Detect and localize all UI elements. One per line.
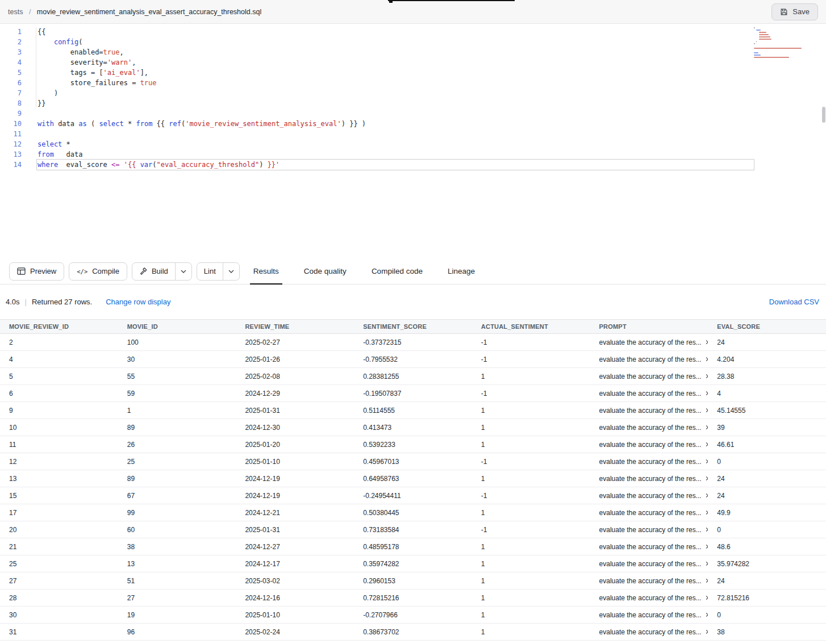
code-line[interactable]: 11 bbox=[0, 129, 826, 139]
table-cell: 60 bbox=[118, 526, 236, 534]
code-line[interactable]: 5 tags = ['ai_eval'], bbox=[0, 68, 826, 78]
tab-code-quality[interactable]: Code quality bbox=[301, 258, 350, 284]
table-cell: 72.815216 bbox=[708, 594, 826, 602]
table-cell: 2024-12-27 bbox=[236, 543, 354, 551]
lint-button[interactable]: Lint bbox=[197, 263, 223, 280]
table-cell: 4 bbox=[708, 390, 826, 398]
prompt-text: evaluate the accuracy of the res... bbox=[599, 407, 702, 415]
code-line[interactable]: 3 enabled=true, bbox=[0, 47, 826, 57]
tab-results[interactable]: Results bbox=[250, 258, 282, 284]
table-cell: 17 bbox=[0, 509, 118, 517]
table-cell: 1 bbox=[472, 424, 590, 432]
table-cell: 19 bbox=[118, 611, 236, 619]
table-row: 10892024-12-300.4134731evaluate the accu… bbox=[0, 419, 826, 436]
table-cell: -1 bbox=[472, 526, 590, 534]
table-cell: 28 bbox=[0, 594, 118, 602]
code-text: with data as ( select * from {{ ref('mov… bbox=[22, 119, 366, 129]
build-button[interactable]: Build bbox=[132, 263, 176, 280]
compile-label: Compile bbox=[92, 267, 119, 275]
code-line[interactable]: 7 ) bbox=[0, 88, 826, 98]
save-button[interactable]: Save bbox=[771, 3, 818, 20]
prompt-cell: evaluate the accuracy of the res... bbox=[590, 338, 708, 346]
table-cell: 67 bbox=[118, 492, 236, 500]
tab-label: Compiled code bbox=[372, 267, 423, 275]
code-text bbox=[22, 108, 37, 119]
table-cell: 0 bbox=[708, 611, 826, 619]
breadcrumb-separator: / bbox=[29, 8, 31, 16]
code-text: store_failures = true bbox=[22, 78, 157, 88]
table-row: 912025-01-310.51145551evaluate the accur… bbox=[0, 402, 826, 419]
table-cell: 0.5114555 bbox=[354, 407, 472, 415]
preview-label: Preview bbox=[30, 267, 56, 275]
prompt-cell: evaluate the accuracy of the res... bbox=[590, 577, 708, 585]
minimap[interactable] bbox=[754, 27, 821, 59]
table-row: 28272024-12-160.728152161evaluate the ac… bbox=[0, 589, 826, 607]
table-cell: 0.72815216 bbox=[354, 594, 472, 602]
code-text: where eval_score <= '{{ var("eval_accura… bbox=[22, 160, 279, 170]
prompt-text: evaluate the accuracy of the res... bbox=[599, 441, 702, 449]
change-row-display-link[interactable]: Change row display bbox=[106, 298, 170, 306]
table-cell: 13 bbox=[0, 475, 118, 483]
table-header: MOVIE_REVIEW_ID MOVIE_ID REVIEW_TIME SEN… bbox=[0, 319, 826, 334]
table-cell: 9 bbox=[0, 407, 118, 415]
table-cell: 55 bbox=[118, 373, 236, 380]
prompt-text: evaluate the accuracy of the res... bbox=[599, 338, 702, 346]
table-cell: 24 bbox=[708, 475, 826, 483]
column-header-review-time: REVIEW_TIME bbox=[236, 323, 354, 330]
code-text: }} bbox=[22, 98, 45, 108]
query-status-bar: 4.0s | Returned 27 rows. Change row disp… bbox=[0, 285, 826, 319]
line-number: 1 bbox=[0, 27, 22, 37]
table-cell: 38 bbox=[118, 543, 236, 551]
table-cell: 1 bbox=[472, 543, 590, 551]
action-bar: Preview </> Compile Build bbox=[0, 258, 826, 285]
column-header-movie-review-id: MOVIE_REVIEW_ID bbox=[0, 323, 118, 330]
query-duration: 4.0s bbox=[6, 298, 20, 306]
prompt-cell: evaluate the accuracy of the res... bbox=[590, 356, 708, 363]
prompt-cell: evaluate the accuracy of the res... bbox=[590, 543, 708, 551]
breadcrumb-filename: movie_review_sentiment_analysis_eval_ass… bbox=[37, 8, 261, 16]
lint-dropdown-toggle[interactable] bbox=[223, 263, 239, 280]
table-row: 21382024-12-270.485951781evaluate the ac… bbox=[0, 538, 826, 555]
prompt-text: evaluate the accuracy of the res... bbox=[599, 458, 702, 466]
code-editor[interactable]: 1{{2 config(3 enabled=true,4 severity='w… bbox=[0, 24, 826, 258]
code-line[interactable]: 6 store_failures = true bbox=[0, 78, 826, 88]
download-csv-link[interactable]: Download CSV bbox=[769, 298, 820, 306]
prompt-text: evaluate the accuracy of the res... bbox=[599, 577, 702, 585]
breadcrumb: tests / movie_review_sentiment_analysis_… bbox=[8, 8, 261, 16]
editor-scrollbar[interactable] bbox=[822, 107, 825, 123]
line-number: 9 bbox=[0, 108, 22, 119]
line-number: 8 bbox=[0, 98, 22, 108]
line-number: 6 bbox=[0, 78, 22, 88]
prompt-cell: evaluate the accuracy of the res... bbox=[590, 611, 708, 619]
table-cell: 26 bbox=[118, 441, 236, 449]
tab-compiled-code[interactable]: Compiled code bbox=[368, 258, 426, 284]
compile-button[interactable]: </> Compile bbox=[69, 262, 127, 281]
code-line[interactable]: 8}} bbox=[0, 98, 826, 108]
line-number: 7 bbox=[0, 88, 22, 98]
code-line[interactable]: 1{{ bbox=[0, 27, 826, 37]
table-cell: 1 bbox=[472, 441, 590, 449]
table-row: 20602025-01-310.73183584-1evaluate the a… bbox=[0, 521, 826, 538]
minimap-line bbox=[759, 36, 770, 37]
tab-label: Lineage bbox=[448, 267, 475, 275]
tab-lineage[interactable]: Lineage bbox=[444, 258, 478, 284]
table-cell: 10 bbox=[0, 424, 118, 432]
line-number: 2 bbox=[0, 37, 22, 47]
code-line[interactable]: 10with data as ( select * from {{ ref('m… bbox=[0, 119, 826, 129]
table-cell: 28.38 bbox=[708, 373, 826, 380]
column-header-sentiment-score: SENTIMENT_SCORE bbox=[354, 323, 472, 330]
code-line[interactable]: 4 severity='warn', bbox=[0, 57, 826, 68]
table-row: 25132024-12-170.359742821evaluate the ac… bbox=[0, 555, 826, 572]
code-line[interactable]: 2 config( bbox=[0, 37, 826, 47]
table-row: 15672024-12-19-0.24954411-1evaluate the … bbox=[0, 487, 826, 504]
table-cell: 11 bbox=[0, 441, 118, 449]
code-line[interactable]: 9 bbox=[0, 108, 826, 119]
preview-button[interactable]: Preview bbox=[9, 262, 64, 281]
column-header-movie-id: MOVIE_ID bbox=[118, 323, 236, 330]
build-dropdown-toggle[interactable] bbox=[176, 263, 191, 280]
code-line[interactable]: 12select * bbox=[0, 139, 826, 149]
prompt-text: evaluate the accuracy of the res... bbox=[599, 594, 702, 602]
code-line[interactable]: 13from data bbox=[0, 149, 826, 160]
table-cell: 27 bbox=[0, 577, 118, 585]
code-line[interactable]: 14where eval_score <= '{{ var("eval_accu… bbox=[0, 160, 826, 170]
